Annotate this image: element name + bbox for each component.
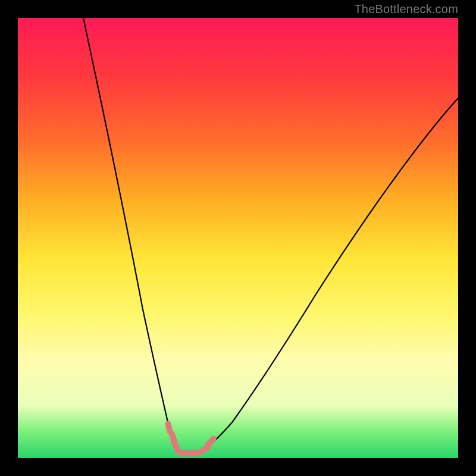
watermark-text: TheBottleneck.com xyxy=(354,2,458,16)
bottleneck-curve xyxy=(18,18,458,458)
plot-area xyxy=(18,18,458,458)
curve-left-branch xyxy=(83,18,177,452)
chart-frame: TheBottleneck.com xyxy=(0,0,476,476)
curve-right-branch xyxy=(201,98,458,452)
